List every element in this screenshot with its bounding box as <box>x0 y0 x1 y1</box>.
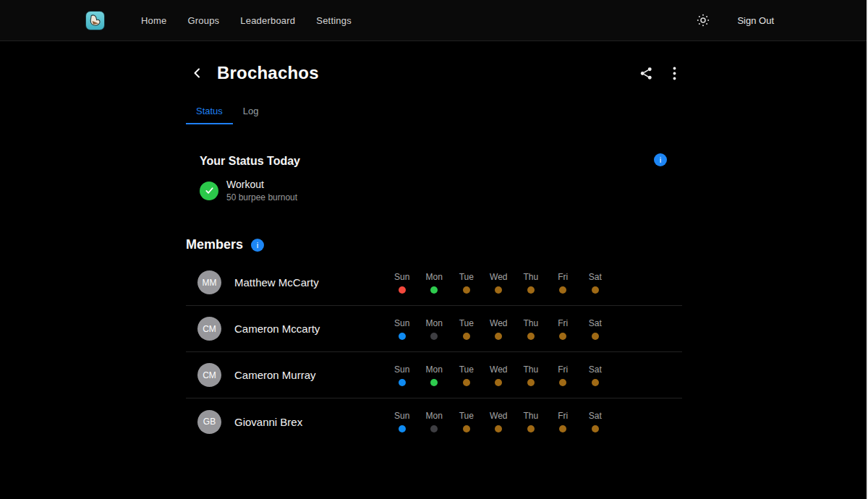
status-dot <box>463 333 470 340</box>
day-col: Tue <box>451 364 483 386</box>
day-col: Tue <box>451 272 483 294</box>
member-row[interactable]: CM Cameron Mccarty Sun Mon Tue Wed Thu F… <box>186 306 682 352</box>
back-chevron-icon[interactable] <box>192 67 205 80</box>
status-dot <box>495 286 502 294</box>
members-heading: Members <box>186 237 243 252</box>
day-label: Fri <box>558 411 568 421</box>
member-name: Cameron Murray <box>234 369 316 381</box>
day-col: Fri <box>547 364 579 386</box>
day-label: Fri <box>558 272 568 282</box>
status-dot <box>592 425 599 432</box>
status-dot <box>430 425 438 432</box>
day-label: Sun <box>394 318 409 328</box>
avatar: CM <box>197 363 221 387</box>
day-label: Wed <box>490 364 507 375</box>
status-item: Workout 50 burpee burnout <box>200 179 682 202</box>
page-header: Brochachos <box>186 61 682 85</box>
status-dot <box>495 333 502 340</box>
avatar-initials: MM <box>203 278 217 288</box>
day-col: Sun <box>386 411 419 432</box>
status-dot <box>399 286 406 294</box>
day-label: Tue <box>459 318 474 328</box>
avatar: MM <box>197 270 221 294</box>
day-col: Mon <box>418 411 451 432</box>
day-col: Wed <box>482 272 515 294</box>
member-row[interactable]: GB Giovanni Brex Sun Mon Tue Wed Thu Fri… <box>186 398 682 445</box>
group-page: Brochachos Status Log <box>186 61 682 445</box>
week-status: Sun Mon Tue Wed Thu Fri Sat <box>386 411 612 432</box>
day-label: Thu <box>523 318 538 328</box>
tab-status[interactable]: Status <box>186 101 233 124</box>
status-dot <box>527 425 535 432</box>
nav-item-settings[interactable]: Settings <box>316 15 352 26</box>
day-col: Sat <box>579 364 612 386</box>
tab-log[interactable]: Log <box>233 101 269 124</box>
day-col: Sat <box>579 272 612 294</box>
week-status: Sun Mon Tue Wed Thu Fri Sat <box>386 318 612 340</box>
kebab-menu-icon[interactable] <box>673 67 676 80</box>
theme-toggle-sun-icon[interactable] <box>697 14 710 27</box>
status-dot <box>559 379 566 386</box>
status-dot <box>430 286 438 294</box>
nav-links: Home Groups Leaderboard Settings <box>141 15 352 26</box>
day-label: Wed <box>490 411 507 421</box>
status-dot <box>559 425 566 432</box>
status-dot <box>430 379 438 386</box>
status-dot <box>559 286 566 294</box>
app-logo[interactable] <box>85 11 105 30</box>
status-dot <box>495 379 502 386</box>
day-label: Wed <box>490 272 507 282</box>
day-label: Mon <box>426 272 443 282</box>
status-heading: Your Status Today <box>200 155 682 168</box>
day-col: Sun <box>386 318 419 340</box>
day-col: Sun <box>386 364 419 386</box>
member-list: MM Matthew McCarty Sun Mon Tue Wed Thu F… <box>186 260 682 445</box>
day-col: Wed <box>482 411 515 432</box>
day-col: Wed <box>482 318 515 340</box>
status-title: Workout <box>226 179 297 190</box>
avatar-initials: CM <box>203 370 216 380</box>
status-subtitle: 50 burpee burnout <box>226 192 297 202</box>
status-dot <box>592 333 599 340</box>
member-row[interactable]: CM Cameron Murray Sun Mon Tue Wed Thu Fr… <box>186 352 682 398</box>
nav-item-home[interactable]: Home <box>141 15 166 26</box>
day-label: Tue <box>459 364 474 375</box>
day-col: Fri <box>547 318 579 340</box>
day-label: Sat <box>589 272 602 282</box>
day-label: Mon <box>426 318 443 328</box>
day-col: Wed <box>482 364 515 386</box>
nav-item-leaderboard[interactable]: Leaderboard <box>240 15 295 26</box>
day-col: Thu <box>515 272 548 294</box>
day-col: Sat <box>579 318 612 340</box>
avatar-initials: GB <box>203 417 216 427</box>
member-name: Matthew McCarty <box>234 276 319 289</box>
day-col: Thu <box>515 318 548 340</box>
share-icon[interactable] <box>639 67 653 80</box>
status-dot <box>559 333 566 340</box>
nav-item-groups[interactable]: Groups <box>187 15 219 26</box>
day-col: Sun <box>386 272 419 294</box>
status-dot <box>527 333 535 340</box>
header-actions <box>639 67 676 80</box>
day-label: Thu <box>523 411 538 421</box>
tab-bar: Status Log <box>186 101 682 124</box>
avatar: CM <box>197 317 221 341</box>
day-label: Sun <box>394 272 409 282</box>
day-label: Wed <box>490 318 507 328</box>
day-label: Fri <box>558 364 568 375</box>
status-dot <box>592 379 599 386</box>
member-row[interactable]: MM Matthew McCarty Sun Mon Tue Wed Thu F… <box>186 260 682 306</box>
status-info-icon[interactable]: i <box>654 153 667 166</box>
status-text: Workout 50 burpee burnout <box>226 179 297 202</box>
check-icon <box>200 182 218 200</box>
member-name: Cameron Mccarty <box>234 323 320 335</box>
status-dot <box>399 379 406 386</box>
day-label: Sun <box>394 364 409 375</box>
day-label: Sat <box>589 318 602 328</box>
day-col: Mon <box>418 364 451 386</box>
members-info-icon[interactable]: i <box>251 239 264 252</box>
top-nav: Home Groups Leaderboard Settings Sign Ou… <box>0 0 868 41</box>
sign-out-button[interactable]: Sign Out <box>737 15 774 26</box>
day-label: Thu <box>523 364 538 375</box>
status-dot <box>463 286 470 294</box>
